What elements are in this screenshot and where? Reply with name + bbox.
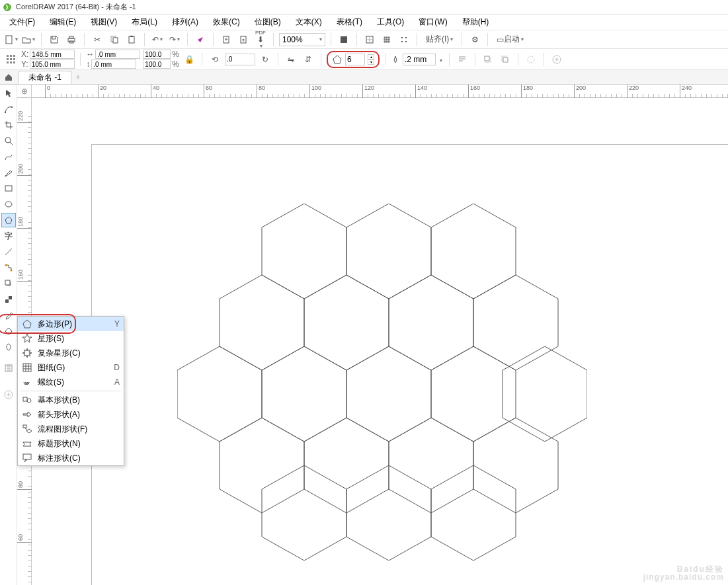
crop-tool[interactable]: [1, 118, 16, 132]
svg-marker-59: [431, 346, 516, 442]
back-of-layer-button[interactable]: [498, 52, 512, 67]
sides-spinner[interactable]: ▴▾: [368, 54, 374, 65]
svg-rect-33: [11, 106, 13, 108]
save-button[interactable]: [47, 32, 61, 47]
quick-customize-toolbox[interactable]: [1, 387, 16, 402]
text-wrap-button[interactable]: [455, 52, 469, 67]
parallel-dimension-tool[interactable]: [1, 245, 16, 259]
home-icon[interactable]: [4, 73, 13, 82]
connector-tool[interactable]: [1, 260, 16, 275]
width-input[interactable]: [95, 50, 140, 59]
separator: [84, 33, 85, 46]
menu-window[interactable]: 窗口(W): [412, 15, 454, 29]
open-button[interactable]: [21, 32, 36, 47]
smart-fill-tool[interactable]: [1, 340, 16, 354]
flyout-item-complex-star[interactable]: 复杂星形(C): [18, 346, 124, 360]
fullscreen-button[interactable]: [337, 32, 351, 47]
copy-button[interactable]: [107, 32, 122, 47]
add-tab-button[interactable]: ＋: [71, 71, 85, 83]
pick-tool[interactable]: [1, 86, 16, 100]
launch-button[interactable]: ▭ 启动: [493, 32, 527, 47]
quick-customize-button[interactable]: [549, 52, 564, 67]
zoom-tool[interactable]: [1, 134, 16, 148]
outline-width-input[interactable]: [403, 54, 436, 65]
ellipse-tool[interactable]: [1, 197, 16, 212]
show-guidelines-button[interactable]: [397, 32, 411, 47]
flyout-item-spiral[interactable]: 螺纹(S)A: [18, 375, 124, 389]
options-button[interactable]: ⚙: [467, 32, 482, 47]
flyout-item-banner[interactable]: 标题形状(N): [18, 436, 124, 451]
canvas[interactable]: Baidu经验 jingyan.baidu.com: [32, 98, 728, 585]
svg-rect-29: [503, 58, 508, 62]
freehand-tool[interactable]: [1, 149, 16, 164]
menu-effects[interactable]: 效果(C): [206, 15, 247, 29]
ruler-origin[interactable]: ⊕: [17, 85, 32, 98]
lock-ratio-button[interactable]: 🔒: [182, 52, 196, 67]
show-grid-button[interactable]: [380, 32, 394, 47]
shape-tool[interactable]: [1, 102, 16, 116]
svg-rect-23: [10, 61, 12, 63]
artistic-media-tool[interactable]: [1, 165, 16, 180]
cut-button[interactable]: ✂: [90, 32, 104, 47]
height-input[interactable]: [91, 59, 136, 69]
menu-file[interactable]: 文件(F): [3, 15, 42, 29]
polygon-tool[interactable]: [1, 213, 16, 227]
hexagon-pattern[interactable]: [177, 204, 587, 561]
flyout-label: 复杂星形(C): [38, 348, 81, 359]
scale-x-input[interactable]: [143, 50, 171, 59]
export-button[interactable]: [236, 32, 251, 47]
menu-help[interactable]: 帮助(H): [456, 15, 496, 29]
y-position-input[interactable]: [30, 59, 75, 69]
flyout-shortcut: D: [114, 363, 120, 372]
publish-pdf-button[interactable]: PDF⬇: [253, 32, 268, 47]
snap-to-button[interactable]: 贴齐(I): [423, 32, 456, 47]
transparency-tool[interactable]: [1, 292, 16, 307]
outline-dropdown-button[interactable]: [438, 55, 444, 64]
zoom-level-input[interactable]: 100%: [279, 33, 325, 46]
menu-arrange[interactable]: 排列(A): [165, 15, 205, 29]
menu-edit[interactable]: 编辑(E): [43, 15, 83, 29]
menu-layout[interactable]: 布局(L): [125, 15, 164, 29]
eyedropper-tool[interactable]: [1, 308, 16, 323]
drop-shadow-tool[interactable]: [1, 276, 16, 291]
show-rulers-button[interactable]: [362, 32, 377, 47]
flyout-item-callout[interactable]: 标注形状(C): [18, 451, 124, 465]
redo-button[interactable]: ↷: [167, 32, 182, 47]
search-button[interactable]: [193, 32, 208, 47]
undo-button[interactable]: ↶: [150, 32, 165, 47]
new-button[interactable]: [4, 32, 19, 47]
text-tool[interactable]: 字: [1, 229, 16, 243]
flyout-item-flow[interactable]: 流程图形状(F): [18, 422, 124, 436]
svg-rect-32: [5, 112, 6, 113]
paste-button[interactable]: [124, 32, 139, 47]
flyout-item-basic[interactable]: 基本形状(B): [18, 393, 124, 407]
document-tab[interactable]: 未命名 -1: [19, 71, 71, 84]
outline-pen-flyout[interactable]: [1, 361, 16, 375]
scale-y-input[interactable]: [143, 59, 171, 69]
rotation-input[interactable]: [225, 54, 255, 65]
object-origin-icon[interactable]: [4, 52, 19, 67]
menu-tools[interactable]: 工具(O): [370, 15, 411, 29]
import-button[interactable]: [219, 32, 233, 47]
flyout-item-grid[interactable]: 图纸(G)D: [18, 360, 124, 375]
svg-line-76: [24, 428, 28, 430]
menu-table[interactable]: 表格(T): [330, 15, 369, 29]
interactive-fill-tool[interactable]: [1, 324, 16, 338]
menu-view[interactable]: 视图(V): [84, 15, 124, 29]
flyout-item-pentagon[interactable]: 多边形(P)Y: [18, 317, 124, 331]
ruler-tick: 60: [204, 85, 212, 98]
flyout-item-star[interactable]: 星形(S): [18, 331, 124, 346]
mirror-h-button[interactable]: ⇋: [284, 52, 298, 67]
rectangle-tool[interactable]: [1, 181, 16, 196]
polygon-sides-input[interactable]: [345, 54, 365, 65]
flyout-item-arrow[interactable]: 箭头形状(A): [18, 407, 124, 422]
svg-marker-54: [389, 275, 473, 370]
menu-text[interactable]: 文本(X): [289, 15, 329, 29]
front-of-layer-button[interactable]: [481, 52, 495, 67]
horizontal-ruler[interactable]: 020406080100120140160180200220240: [32, 85, 728, 98]
mirror-v-button[interactable]: ⇵: [301, 52, 315, 67]
convert-to-curves-button[interactable]: [524, 52, 538, 67]
x-position-input[interactable]: [30, 50, 75, 59]
menu-bitmap[interactable]: 位图(B): [248, 15, 288, 29]
print-button[interactable]: [64, 32, 79, 47]
